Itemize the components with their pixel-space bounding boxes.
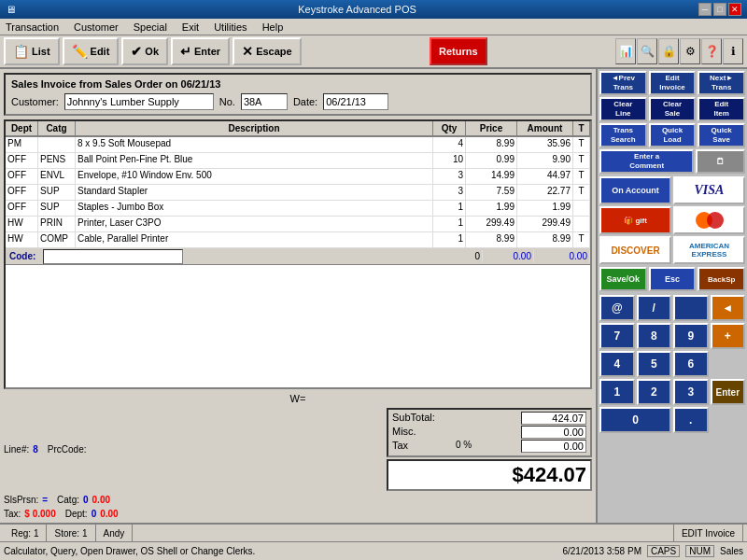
cell-dept: HW bbox=[6, 232, 38, 247]
edit-invoice-button[interactable]: Edit Invoice bbox=[649, 71, 697, 95]
enter-button[interactable]: ↵ Enter bbox=[171, 37, 230, 65]
clear-sale-button[interactable]: Clear Sale bbox=[649, 97, 697, 121]
no-label: No. bbox=[219, 96, 235, 107]
table-row[interactable]: PM 8 x 9.5 Soft Mousepad 4 8.99 35.96 T bbox=[6, 137, 590, 153]
edit-item-button[interactable]: Edit Item bbox=[698, 97, 745, 121]
payment-methods: On Account VISA 🎁 gift DISCOVER AMERICAN… bbox=[599, 176, 745, 264]
table-row[interactable]: OFF ENVL Envelope, #10 Window Env. 500 3… bbox=[6, 169, 590, 185]
menu-special[interactable]: Special bbox=[132, 21, 169, 33]
np-3[interactable]: 3 bbox=[673, 379, 709, 405]
code-price: 0.00 bbox=[483, 250, 534, 262]
invoice-header: Sales Invoice from Sales Order on 06/21/… bbox=[4, 73, 592, 116]
maximize-button[interactable]: □ bbox=[713, 3, 726, 16]
subtotal-value: 424.07 bbox=[521, 412, 586, 425]
code-row: Code: 0 0.00 0.00 bbox=[6, 248, 590, 265]
np-0[interactable]: 0 bbox=[599, 407, 671, 433]
table-row[interactable]: OFF SUP Standard Stapler 3 7.59 22.77 T bbox=[6, 185, 590, 201]
toolbar-icon-3[interactable]: 🔒 bbox=[658, 38, 679, 64]
save-ok-button[interactable]: Save/Ok bbox=[599, 267, 647, 291]
clear-line-button[interactable]: Clear Line bbox=[599, 97, 647, 121]
mastercard-button[interactable] bbox=[673, 206, 745, 234]
catg-value: 0 bbox=[83, 495, 89, 505]
np-enter[interactable]: Enter bbox=[711, 379, 746, 405]
num-indicator: NUM bbox=[685, 545, 714, 557]
enter-comment-button[interactable]: Enter a Comment bbox=[599, 149, 694, 174]
datetime-text: 6/21/2013 3:58 PM bbox=[562, 546, 641, 556]
table-row[interactable]: OFF SUP Staples - Jumbo Box 1 1.99 1.99 bbox=[6, 201, 590, 217]
close-button[interactable]: ✕ bbox=[728, 3, 741, 16]
np-dot[interactable]: . bbox=[673, 407, 709, 433]
toolbar-icon-4[interactable]: ⚙ bbox=[680, 38, 700, 64]
col-t: T bbox=[573, 121, 590, 135]
menu-customer[interactable]: Customer bbox=[72, 21, 120, 33]
code-input[interactable] bbox=[43, 249, 183, 264]
tax-bottom-value: $ 0.000 bbox=[24, 509, 55, 519]
cell-qty: 3 bbox=[433, 185, 466, 200]
esc-button[interactable]: Esc bbox=[649, 267, 697, 291]
toolbar-icon-6[interactable]: ℹ bbox=[723, 38, 743, 64]
np-8[interactable]: 8 bbox=[637, 323, 672, 349]
menu-exit[interactable]: Exit bbox=[180, 21, 201, 33]
table-row[interactable]: HW PRIN Printer, Laser C3PO 1 299.49 299… bbox=[6, 217, 590, 232]
quick-save-button[interactable]: Quick Save bbox=[698, 123, 745, 147]
subtotal-label: SubTotal: bbox=[392, 412, 435, 425]
menu-utilities[interactable]: Utilities bbox=[212, 21, 248, 33]
cell-price: 1.99 bbox=[466, 201, 517, 216]
np-6[interactable]: 6 bbox=[673, 351, 709, 377]
np-5[interactable]: 5 bbox=[637, 351, 672, 377]
edit-button[interactable]: ✏️ Edit bbox=[63, 37, 120, 65]
detail-row: Line#: 8 PrcCode: SubTotal: 424.07 bbox=[4, 408, 592, 491]
left-panel: Sales Invoice from Sales Order on 06/21/… bbox=[0, 69, 598, 523]
menu-transaction[interactable]: Transaction bbox=[4, 21, 61, 33]
np-div[interactable]: / bbox=[637, 295, 672, 321]
cell-dept: OFF bbox=[6, 169, 38, 184]
np-at[interactable]: @ bbox=[599, 295, 635, 321]
np-1[interactable]: 1 bbox=[599, 379, 635, 405]
code-amount: 0.00 bbox=[534, 250, 590, 262]
toolbar-icon-5[interactable]: ❓ bbox=[701, 38, 722, 64]
date-input[interactable] bbox=[323, 93, 388, 110]
np-9[interactable]: 9 bbox=[673, 323, 709, 349]
quick-load-button[interactable]: Quick Load bbox=[649, 123, 697, 147]
np-4[interactable]: 4 bbox=[599, 351, 635, 377]
prev-trans-button[interactable]: ◄Prev Trans bbox=[599, 71, 647, 95]
cell-amount: 44.97 bbox=[517, 169, 573, 184]
trans-search-button[interactable]: Trans Search bbox=[599, 123, 647, 147]
cell-t: T bbox=[573, 153, 590, 168]
np-7[interactable]: 7 bbox=[599, 323, 635, 349]
cell-amount: 8.99 bbox=[517, 232, 573, 247]
np-plus-1[interactable]: + bbox=[711, 323, 746, 349]
next-trans-button[interactable]: Next► Trans bbox=[698, 71, 745, 95]
code-qty: 0 bbox=[450, 250, 483, 262]
backsp-button[interactable]: BackSp bbox=[698, 267, 745, 291]
ok-icon: ✔ bbox=[131, 44, 142, 59]
customer-input[interactable] bbox=[64, 93, 214, 110]
hint-text: Calculator, Query, Open Drawer, OS Shell… bbox=[4, 546, 255, 556]
cell-catg bbox=[38, 137, 76, 152]
cell-catg: COMP bbox=[38, 232, 76, 247]
toolbar-icon-2[interactable]: 🔍 bbox=[637, 38, 657, 64]
ok-button[interactable]: ✔ Ok bbox=[121, 37, 168, 65]
np-backspace[interactable]: ◄ bbox=[711, 295, 746, 321]
cell-amount: 9.90 bbox=[517, 153, 573, 168]
table-row[interactable]: HW COMP Cable, Parallel Printer 1 8.99 8… bbox=[6, 232, 590, 248]
cell-price: 0.99 bbox=[466, 153, 517, 168]
list-button[interactable]: 📋 List bbox=[4, 37, 60, 65]
tax-label: Tax bbox=[392, 440, 408, 453]
np-2[interactable]: 2 bbox=[637, 379, 672, 405]
cell-t bbox=[573, 201, 590, 216]
check-button[interactable]: 🗒 bbox=[696, 149, 745, 174]
on-account-button[interactable]: On Account bbox=[599, 176, 671, 204]
minimize-button[interactable]: ─ bbox=[698, 3, 712, 16]
toolbar-icon-1[interactable]: 📊 bbox=[615, 38, 636, 64]
visa-button[interactable]: VISA bbox=[673, 176, 745, 204]
amex-button[interactable]: AMERICANEXPRESS bbox=[673, 236, 745, 264]
menu-help[interactable]: Help bbox=[261, 21, 286, 33]
no-input[interactable] bbox=[241, 93, 288, 110]
table-row[interactable]: OFF PENS Ball Point Pen-Fine Pt. Blue 10… bbox=[6, 153, 590, 169]
gift-button[interactable]: 🎁 gift bbox=[599, 206, 671, 234]
discover-button[interactable]: DISCOVER bbox=[599, 236, 671, 264]
escape-button[interactable]: ✕ Escape bbox=[233, 37, 302, 65]
np-empty[interactable] bbox=[673, 295, 709, 321]
returns-button[interactable]: Returns bbox=[430, 37, 487, 65]
